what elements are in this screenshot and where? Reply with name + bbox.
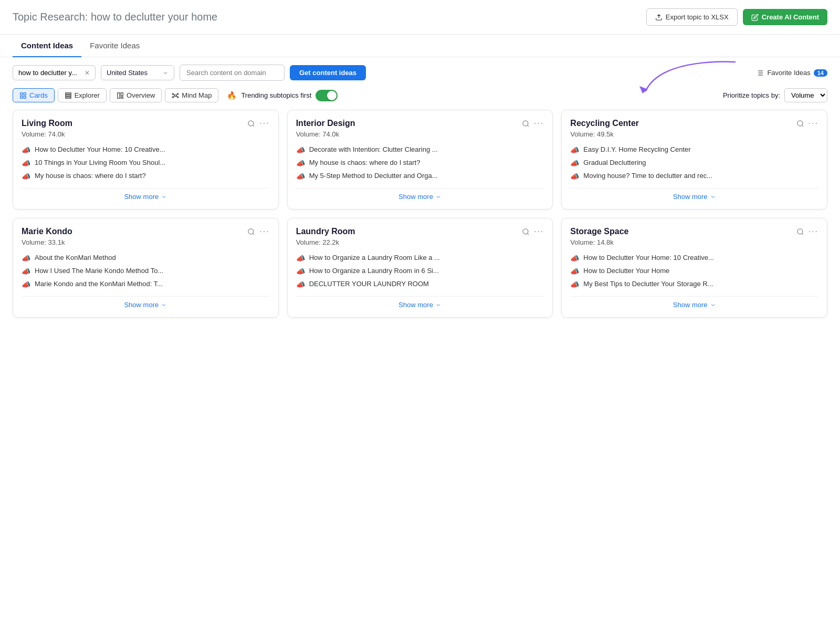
search-icon[interactable] — [522, 120, 530, 128]
card-item-text: How to Declutter Your Home: 10 Creative.… — [583, 254, 714, 261]
header-actions: Export topic to XLSX Create AI Content — [646, 8, 827, 26]
create-ai-button[interactable]: Create AI Content — [743, 9, 827, 25]
title-topic: how to declutter your home — [91, 11, 217, 23]
card-actions: ··· — [247, 227, 269, 236]
export-icon — [655, 14, 663, 21]
view-overview-button[interactable]: Overview — [110, 88, 162, 102]
megaphone-icon: 📣 — [570, 267, 579, 276]
svg-point-17 — [175, 95, 177, 97]
search-icon[interactable] — [796, 120, 804, 128]
card-item-text: Marie Kondo and the KonMari Method: T... — [35, 280, 163, 288]
svg-point-31 — [797, 228, 803, 234]
card-item-text: Gradual Decluttering — [583, 159, 646, 166]
megaphone-icon: 📣 — [296, 254, 305, 263]
show-more-button[interactable]: Show more — [296, 296, 544, 309]
card-item-text: How to Organize a Laundry Room in 6 Si..… — [309, 267, 439, 275]
svg-line-25 — [176, 96, 177, 97]
favorite-count-badge: 14 — [814, 69, 827, 77]
search-icon[interactable] — [247, 228, 255, 236]
prioritize-select[interactable]: Volume — [784, 88, 827, 102]
megaphone-icon: 📣 — [22, 254, 30, 263]
card-actions: ··· — [796, 227, 818, 236]
more-options-icon[interactable]: ··· — [259, 119, 269, 128]
show-more-button[interactable]: Show more — [296, 188, 544, 201]
card-item: 📣 Moving house? Time to declutter and re… — [570, 172, 818, 181]
show-more-button[interactable]: Show more — [22, 188, 270, 201]
megaphone-icon: 📣 — [570, 159, 579, 167]
megaphone-icon: 📣 — [296, 146, 305, 154]
card-item: 📣 About the KonMari Method — [22, 254, 270, 263]
card-item-text: How I Used The Marie Kondo Method To... — [35, 267, 163, 275]
megaphone-icon: 📣 — [22, 280, 30, 289]
card-item: 📣 Gradual Decluttering — [570, 159, 818, 167]
card-item: 📣 How to Declutter Your Home — [570, 267, 818, 276]
megaphone-icon: 📣 — [570, 172, 579, 181]
annotation-wrapper: Cards Explorer Overview Mind Map 🔥 Trend… — [0, 88, 840, 110]
search-icon[interactable] — [247, 120, 255, 128]
country-selector[interactable]: United States — [101, 65, 174, 80]
more-options-icon[interactable]: ··· — [534, 119, 544, 128]
view-explorer-button[interactable]: Explorer — [58, 88, 107, 102]
card-volume: Volume: 33.1k — [22, 238, 270, 246]
card-item-text: How to Declutter Your Home: 10 Creative.… — [35, 145, 165, 153]
card-header: Marie Kondo ··· — [22, 227, 270, 236]
card-storage-space: Storage Space ··· Volume: 14.8k 📣 How to… — [561, 218, 827, 318]
card-item-text: My house is chaos: where do I start? — [309, 159, 421, 166]
megaphone-icon: 📣 — [22, 159, 30, 167]
svg-rect-7 — [20, 92, 23, 95]
mindmap-icon — [172, 92, 179, 99]
more-options-icon[interactable]: ··· — [259, 227, 269, 236]
card-item-text: My 5-Step Method to Declutter and Orga..… — [309, 172, 438, 180]
card-item: 📣 My house is chaos: where do I start? — [22, 172, 270, 181]
clear-topic-icon[interactable]: ✕ — [85, 69, 90, 77]
card-item-text: My Best Tips to Declutter Your Storage R… — [583, 280, 713, 288]
domain-search-input[interactable] — [180, 65, 285, 81]
card-item-text: 10 Things in Your Living Room You Shoul.… — [35, 159, 165, 166]
card-item: 📣 My house is chaos: where do I start? — [296, 159, 544, 167]
list-icon — [755, 69, 764, 77]
tab-favorite-ideas[interactable]: Favorite Ideas — [81, 35, 148, 57]
svg-point-28 — [797, 120, 803, 125]
chevron-down-icon — [710, 302, 716, 308]
show-more-button[interactable]: Show more — [22, 296, 270, 309]
topic-input-wrapper[interactable]: ✕ — [13, 65, 96, 80]
chevron-down-icon — [435, 302, 442, 308]
card-item: 📣 How I Used The Marie Kondo Method To..… — [22, 267, 270, 276]
search-icon[interactable] — [522, 228, 530, 236]
svg-rect-12 — [65, 95, 71, 96]
megaphone-icon: 📣 — [296, 267, 305, 276]
get-ideas-button[interactable]: Get content ideas — [290, 65, 366, 80]
card-item-text: Easy D.I.Y. Home Recycling Center — [583, 145, 690, 153]
more-options-icon[interactable]: ··· — [808, 227, 818, 236]
card-volume: Volume: 74.0k — [296, 130, 544, 138]
card-items-list: 📣 About the KonMari Method 📣 How I Used … — [22, 254, 270, 289]
tabs-bar: Content Ideas Favorite Ideas — [0, 35, 840, 57]
search-icon[interactable] — [796, 228, 804, 236]
card-item-text: Decorate with Intention: Clutter Clearin… — [309, 145, 438, 153]
title-static: Topic Research: — [13, 11, 88, 23]
card-items-list: 📣 How to Declutter Your Home: 10 Creativ… — [22, 145, 270, 181]
svg-line-23 — [176, 94, 177, 95]
tab-content-ideas[interactable]: Content Ideas — [13, 35, 81, 57]
card-header: Laundry Room ··· — [296, 227, 544, 236]
more-options-icon[interactable]: ··· — [808, 119, 818, 128]
svg-rect-9 — [20, 96, 23, 98]
chevron-down-icon — [162, 70, 169, 76]
svg-point-18 — [172, 93, 173, 94]
view-mindmap-button[interactable]: Mind Map — [165, 88, 218, 102]
show-more-button[interactable]: Show more — [570, 296, 818, 309]
show-more-button[interactable]: Show more — [570, 188, 818, 201]
card-title: Marie Kondo — [22, 227, 72, 236]
view-cards-button[interactable]: Cards — [13, 88, 55, 102]
card-interior-design: Interior Design ··· Volume: 74.0k 📣 Deco… — [287, 110, 553, 209]
svg-line-22 — [174, 94, 175, 95]
card-item-text: About the KonMari Method — [35, 254, 116, 261]
card-items-list: 📣 How to Declutter Your Home: 10 Creativ… — [570, 254, 818, 289]
more-options-icon[interactable]: ··· — [534, 227, 544, 236]
trending-toggle[interactable] — [316, 90, 338, 101]
export-button[interactable]: Export topic to XLSX — [646, 8, 738, 26]
topic-input[interactable] — [18, 69, 81, 77]
favorite-ideas-button[interactable]: Favorite Ideas 14 — [755, 69, 827, 77]
svg-point-30 — [523, 228, 528, 234]
overview-icon — [117, 92, 124, 99]
